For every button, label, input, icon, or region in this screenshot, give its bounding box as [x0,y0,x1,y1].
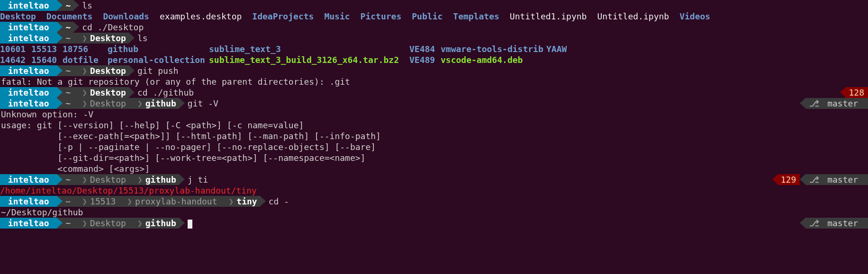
right-status: ⎇ master [800,218,868,229]
ls-entry: VE484 [409,44,441,54]
output-text: [--exec-path[=<path>]] [--html-path] [--… [0,131,381,141]
path-segment: ❯Desktop [73,33,129,44]
ls-entry: Templates [453,11,499,22]
path-segment: ❯15513 [73,196,118,207]
ls-entry: Public [412,11,443,22]
ls-entry: YAAW [546,44,584,54]
command-text: git push [129,65,179,76]
user-segment: inteltao [0,33,57,44]
output-line: fatal: Not a git repository (or any of t… [0,76,868,87]
prompt-line: inteltao ~ls [0,0,868,11]
right-status: 129⎇ master [772,174,868,185]
exit-code-badge: 129 [778,174,800,185]
ls-entry: VE489 [409,54,441,65]
ls-entry: examples.desktop [160,11,242,22]
terminal[interactable]: inteltao ~lsDesktopDocumentsDownloadsexa… [0,0,868,229]
exit-code-badge: 128 [846,87,868,98]
prompt-line: inteltao ~❯Desktopls [0,33,868,44]
ls-entry: 18756 [63,44,108,54]
path-segment: ❯github [129,98,179,109]
prompt-line: inteltao ~❯Desktop❯githubgit -V⎇ master [0,98,868,109]
output-text: usage: git [--version] [--help] [-C <pat… [0,120,304,131]
git-branch-badge: ⎇ master [805,218,868,229]
output-text: fatal: Not a git repository (or any of t… [0,76,350,87]
output-line: ~/Desktop/github [0,207,868,218]
output-text: [--git-dir=<path>] [--work-tree=<path>] … [0,152,365,163]
path-segment: ❯tiny [220,196,260,207]
ls-entry: sublime_text_3_build_3126_x64.tar.bz2 [209,54,409,65]
user-segment: inteltao [0,174,57,185]
branch-icon: ⎇ [809,98,819,109]
ls-entry: Desktop [0,11,36,22]
output-line: [-p | --paginate | --no-pager] [--no-rep… [0,141,868,152]
command-text: git -V [179,98,218,109]
prompt-line: inteltao ⋯❯15513❯proxylab-handout❯tinycd… [0,196,868,207]
command-text: cd ./github [129,87,194,98]
output-text: ~/Desktop/github [0,207,83,218]
right-status: ⎇ master [800,98,868,109]
ls-entry: Untitled1.ipynb [510,11,587,22]
ls-output: 106011551318756githubsublime_text_3VE484… [0,44,868,54]
ls-entry: 14642 [0,54,31,65]
path-segment: ❯Desktop [73,87,129,98]
ls-entry: IdeaProjects [252,11,314,22]
right-status: 128 [840,87,868,98]
output-line: /home/inteltao/Desktop/15513/proxylab-ha… [0,185,868,196]
ls-entry: Downloads [103,11,149,22]
output-text: Unknown option: -V [0,109,93,120]
prompt-line: inteltao ~cd ./Desktop [0,22,868,33]
user-segment: inteltao [0,65,57,76]
output-text: [-p | --paginate | --no-pager] [--no-rep… [0,141,376,152]
path-segment: ❯github [129,174,179,185]
path-segment: ❯Desktop [73,174,129,185]
output-line: Unknown option: -V [0,109,868,120]
user-segment: inteltao [0,87,57,98]
git-branch-badge: ⎇ master [805,98,868,109]
output-line: <command> [<args>] [0,163,868,174]
ls-entry: Pictures [361,11,402,22]
ls-entry: 10601 [0,44,31,54]
ls-output: DesktopDocumentsDownloadsexamples.deskto… [0,11,868,22]
ls-entry: Untitled.ipynb [597,11,669,22]
user-segment: inteltao [0,196,57,207]
command-text: cd ./Desktop [73,22,144,33]
ls-entry: 15640 [31,54,63,65]
branch-icon: ⎇ [809,174,819,185]
prompt-line: inteltao ~❯Desktop❯githubj ti129⎇ master [0,174,868,185]
path-segment: ❯github [129,218,179,229]
ls-entry: vmware-tools-distrib [441,44,546,54]
ls-entry: github [108,44,209,54]
ls-entry: Music [324,11,350,22]
cursor [188,220,192,229]
ls-entry: sublime_text_3 [209,44,409,54]
output-text: /home/inteltao/Desktop/15513/proxylab-ha… [0,185,257,196]
output-line: usage: git [--version] [--help] [-C <pat… [0,120,868,131]
user-segment: inteltao [0,22,57,33]
ls-entry: personal-collection [108,54,209,65]
output-line: [--git-dir=<path>] [--work-tree=<path>] … [0,152,868,163]
ls-entry: Documents [46,11,93,22]
prompt-line: inteltao ~❯Desktop❯github⎇ master [0,218,868,229]
ls-output: 1464215640dotfilepersonal-collectionsubl… [0,54,868,65]
ls-entry: Videos [679,11,710,22]
branch-icon: ⎇ [809,218,819,229]
path-segment: ❯Desktop [73,65,129,76]
ls-entry: 15513 [31,44,63,54]
user-segment: inteltao [0,218,57,229]
user-segment: inteltao [0,0,57,11]
prompt-line: inteltao ~❯Desktopgit push [0,65,868,76]
git-branch-badge: ⎇ master [805,174,868,185]
ls-entry: vscode-amd64.deb [441,54,546,65]
path-segment: ❯Desktop [73,218,129,229]
path-segment: ❯proxylab-handout [118,196,220,207]
output-text: <command> [<args>] [0,163,150,174]
ls-entry: dotfile [63,54,108,65]
path-segment: ❯Desktop [73,98,129,109]
prompt-line: inteltao ~❯Desktopcd ./github128 [0,87,868,98]
user-segment: inteltao [0,98,57,109]
output-line: [--exec-path[=<path>]] [--html-path] [--… [0,131,868,141]
